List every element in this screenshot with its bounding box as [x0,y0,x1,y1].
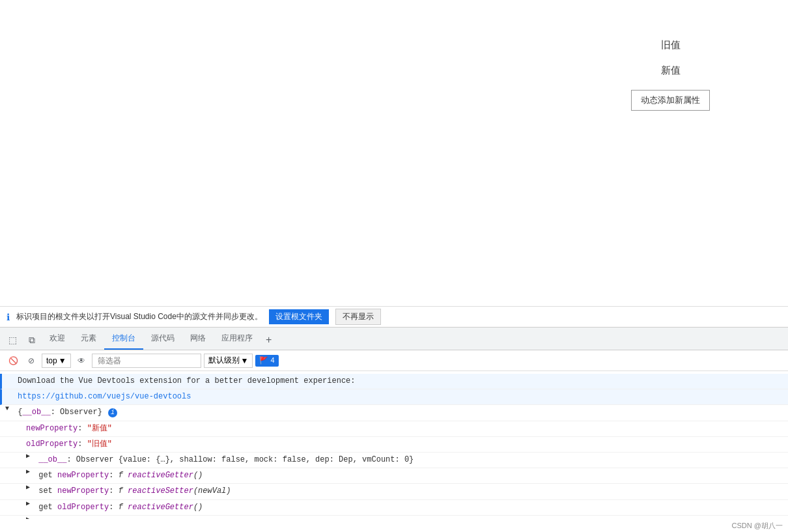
tab-application[interactable]: 应用程序 [214,328,260,350]
tab-sources[interactable]: 源代码 [143,328,182,350]
tree-toggle-set-old[interactable] [26,514,34,519]
no-show-button[interactable]: 不再显示 [335,309,381,325]
eye-icon[interactable]: 👁 [74,353,89,369]
console-line-get-old: get oldProperty: f reactiveGetter() [0,500,788,516]
set-root-button[interactable]: 设置根文件夹 [269,309,329,324]
tree-toggle-get-new[interactable] [26,467,34,475]
devtools-tabs: ⬚ ⧉ 欢迎 元素 控制台 源代码 网络 应用程序 + [0,327,788,350]
context-dropdown-icon: ▼ [59,356,66,365]
tree-toggle-ob[interactable] [26,451,34,459]
console-toolbar: 🚫 ⊘ top ▼ 👁 默认级别 ▼ 🚩 4 [0,350,788,371]
console-line-get-new: get newProperty: f reactiveGetter() [0,468,788,484]
bottom-bar: CSDN @胡八一 [727,520,788,532]
tree-toggle-root[interactable] [5,404,13,412]
console-line-devtools-msg: Download the Vue Devtools extension for … [0,374,788,389]
attribution-text: CSDN @胡八一 [732,522,783,529]
log-level-dropdown-icon: ▼ [241,356,249,365]
info-bar: ℹ 标识项目的根文件夹以打开Visual Studio Code中的源文件并同步… [0,306,788,327]
tab-console[interactable]: 控制台 [104,328,143,350]
device-toolbar-icon[interactable]: ⧉ [22,330,42,350]
info-icon: ℹ [7,312,10,322]
clear-console-icon[interactable]: 🚫 [5,353,21,369]
tab-network[interactable]: 网络 [182,328,214,350]
old-value-label: 旧值 [661,39,681,51]
console-output[interactable]: Download the Vue Devtools extension for … [0,371,788,519]
add-property-button[interactable]: 动态添加新属性 [631,90,710,111]
tree-toggle-get-old[interactable] [26,499,34,507]
console-line-set-old: set oldProperty: f reactiveSetter(newVal… [0,516,788,519]
console-line-new-property: newProperty: "新值" [0,421,788,437]
info-bar-text: 标识项目的根文件夹以打开Visual Studio Code中的源文件并同步更改… [16,311,262,322]
log-level-selector[interactable]: 默认级别 ▼ [204,354,253,368]
console-line-object-open: {__ob__: Observer} i [0,405,788,421]
message-count-badge[interactable]: 🚩 4 [255,355,278,367]
log-level-label: 默认级别 [208,355,240,366]
main-content: 旧值 新值 动态添加新属性 [0,0,788,306]
context-selector[interactable]: top ▼ [42,354,71,368]
tab-welcome[interactable]: 欢迎 [42,328,73,350]
new-value-label: 新值 [661,64,681,77]
console-line-old-property: oldProperty: "旧值" [0,437,788,453]
tree-toggle-set-new[interactable] [26,483,34,490]
inspect-element-icon[interactable]: ⬚ [3,330,22,350]
add-tab-icon[interactable]: + [260,330,277,350]
console-line-devtools-link: https://github.com/vuejs/vue-devtools [0,389,788,405]
context-label: top [46,356,57,365]
right-panel: 旧值 新值 动态添加新属性 [631,39,710,306]
filter-input[interactable] [92,354,201,368]
info-circle-icon[interactable]: i [108,408,117,417]
console-line-set-new: set newProperty: f reactiveSetter(newVal… [0,484,788,499]
console-line-ob: __ob__: Observer {value: {…}, shallow: f… [0,453,788,468]
tab-elements[interactable]: 元素 [73,328,104,350]
console-filter-icon[interactable]: ⊘ [23,353,39,369]
devtools-link[interactable]: https://github.com/vuejs/vue-devtools [18,392,191,401]
